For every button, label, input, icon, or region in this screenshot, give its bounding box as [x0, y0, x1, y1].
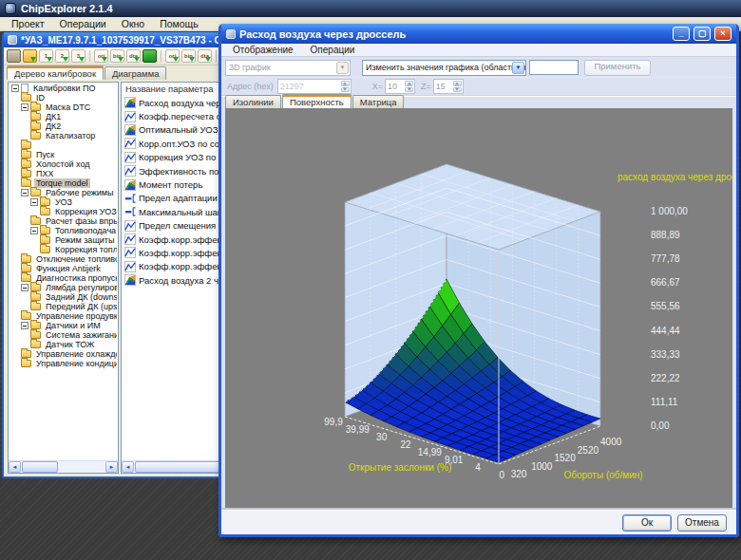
tree-node[interactable]: Рабочие режимы	[10, 188, 117, 197]
tree-node[interactable]: Расчет фазы впрыска	[10, 216, 117, 226]
tree-node[interactable]: Система зажигания	[10, 330, 117, 340]
tab-matrix[interactable]: Матрица	[352, 95, 405, 108]
tab-isolines[interactable]: Изолинии	[225, 95, 281, 108]
tree-node[interactable]: Лямбда регулирование	[10, 283, 117, 292]
tree-node-label: Топливоподача	[53, 226, 117, 235]
scroll-right-icon[interactable]: ►	[105, 461, 118, 473]
toolbar-separator	[161, 50, 162, 62]
tree-node-label: Пуск	[34, 150, 56, 159]
dialog-title: Расход воздуха через дроссель	[239, 28, 669, 40]
tree-node-label: Задний ДК (downstrea	[44, 292, 117, 302]
tree-node[interactable]: Задний ДК (downstrea	[10, 292, 117, 302]
collapse-icon[interactable]	[21, 103, 28, 111]
maximize-button[interactable]: ▢	[694, 27, 711, 41]
load-slot-1-icon[interactable]: 1	[39, 49, 53, 63]
calibration-tree: Калибровки ПОIDМаска DTCДК1ДК2Катализато…	[10, 84, 117, 460]
write-chip-icon[interactable]	[142, 49, 157, 63]
svg-text:14,99: 14,99	[418, 447, 442, 457]
export-ori-icon[interactable]: ori	[94, 49, 108, 63]
svg-text:777,78: 777,78	[651, 253, 680, 264]
save-icon[interactable]	[7, 49, 21, 63]
tree-node-label: Холостой ход	[34, 159, 92, 169]
cancel-button[interactable]: Отмена	[677, 514, 727, 532]
menu-display[interactable]: Отображение	[225, 45, 301, 55]
value-input[interactable]	[529, 60, 579, 75]
x-spinner[interactable]: 10	[385, 79, 415, 94]
tree-node[interactable]: ДК1	[10, 112, 117, 121]
operation-combo[interactable]: Изменить значения графика (области) на з…	[362, 60, 526, 76]
tree-node[interactable]: Диагностика пропусков в	[10, 273, 117, 283]
folder-icon	[21, 94, 31, 102]
z-label: Z=	[421, 82, 431, 91]
tree-node[interactable]: ДК2	[10, 121, 117, 131]
folder-icon	[21, 151, 31, 159]
green-arrow-icon	[30, 57, 36, 62]
collapse-icon[interactable]	[21, 284, 28, 291]
app-title: ChipExplorer 2.1.4	[21, 3, 113, 14]
import-ori-icon[interactable]: ori	[165, 49, 180, 63]
collapse-icon[interactable]	[30, 198, 38, 206]
tree-node[interactable]: Режим защиты не	[10, 235, 117, 245]
export-bin-icon[interactable]: bin	[110, 49, 124, 63]
tree-node[interactable]: ID	[10, 93, 117, 103]
tab-calibration-tree[interactable]: Дерево калибровок	[7, 65, 104, 80]
tree-node-label: Датчик ТОЖ	[44, 340, 96, 349]
scroll-left-icon[interactable]: ◄	[9, 461, 21, 473]
tree-node[interactable]: Torque model	[10, 178, 117, 188]
svg-text:1 000,00: 1 000,00	[651, 206, 688, 216]
tree-node[interactable]: Управление кондиционер	[10, 359, 117, 368]
address-field[interactable]: 21297	[277, 79, 352, 94]
collapse-icon[interactable]	[11, 84, 19, 92]
menu-help[interactable]: Помощь	[152, 18, 206, 29]
surface-plot[interactable]: 0,00111,11222,22333,33444,44555,56666,67…	[225, 108, 732, 510]
folder-icon	[21, 160, 31, 168]
load-slot-2-icon[interactable]: 2	[55, 49, 69, 63]
tree-node[interactable]: Управление продувкой	[10, 311, 117, 321]
curve-2d-icon	[124, 233, 136, 245]
surface-plot-svg[interactable]: 0,00111,11222,22333,33444,44555,56666,67…	[225, 108, 732, 510]
load-slot-3-icon[interactable]: 3	[71, 49, 86, 63]
parameter-label: Момент потерь	[139, 179, 202, 190]
tree-node[interactable]: Маска DTC	[10, 103, 117, 112]
tree-node[interactable]: Топливоподача	[10, 226, 117, 235]
scrollbar-thumb[interactable]	[135, 461, 220, 473]
green-arrow-icon	[205, 57, 211, 62]
svg-text:555,56: 555,56	[651, 301, 680, 311]
ok-button[interactable]: Ок	[622, 514, 672, 532]
spinner[interactable]	[340, 80, 351, 93]
apply-button[interactable]: Применить	[584, 60, 651, 76]
import-bin-icon[interactable]: bin	[181, 49, 196, 63]
spinner[interactable]	[404, 80, 414, 93]
svg-text:99,9: 99,9	[324, 417, 343, 427]
export-dta-icon[interactable]: dta	[126, 49, 141, 63]
scroll-left-icon[interactable]: ◄	[122, 461, 134, 473]
tree-node[interactable]: Датчики и ИМ	[10, 321, 117, 330]
address-label: Адрес (hex)	[227, 82, 274, 91]
tree-horizontal-scrollbar[interactable]: ◄ ►	[9, 460, 118, 473]
open-file-icon[interactable]	[23, 49, 37, 63]
minimize-button[interactable]: _	[673, 27, 690, 41]
scrollbar-thumb[interactable]	[22, 461, 58, 473]
import-dta-icon[interactable]: dta	[198, 49, 212, 63]
curve-2d-icon	[124, 138, 136, 149]
green-arrow-icon	[102, 57, 107, 62]
z-spinner[interactable]: 15	[433, 79, 464, 94]
view-mode-combo[interactable]: 3D график ▼	[225, 60, 351, 76]
tree-node[interactable]: Коррекция УОЗ в	[10, 207, 117, 216]
folder-icon	[30, 331, 41, 339]
tree-node[interactable]: УОЗ	[10, 197, 117, 207]
tab-diagram[interactable]: Диаграмма	[104, 66, 166, 80]
menu-operations[interactable]: Операции	[303, 45, 363, 55]
collapse-icon[interactable]	[30, 227, 38, 234]
menu-window[interactable]: Окно	[114, 18, 152, 29]
spinner[interactable]	[452, 80, 463, 93]
close-button[interactable]: ×	[714, 27, 732, 41]
tab-surface[interactable]: Поверхность	[282, 94, 352, 108]
folder-icon	[40, 198, 50, 206]
collapse-icon[interactable]	[21, 189, 28, 196]
collapse-icon[interactable]	[21, 322, 28, 329]
menu-operations[interactable]: Операции	[52, 18, 114, 29]
folder-icon	[30, 103, 41, 111]
tree-node-label: Датчики и ИМ	[44, 321, 103, 330]
menu-project[interactable]: Проект	[4, 18, 52, 29]
